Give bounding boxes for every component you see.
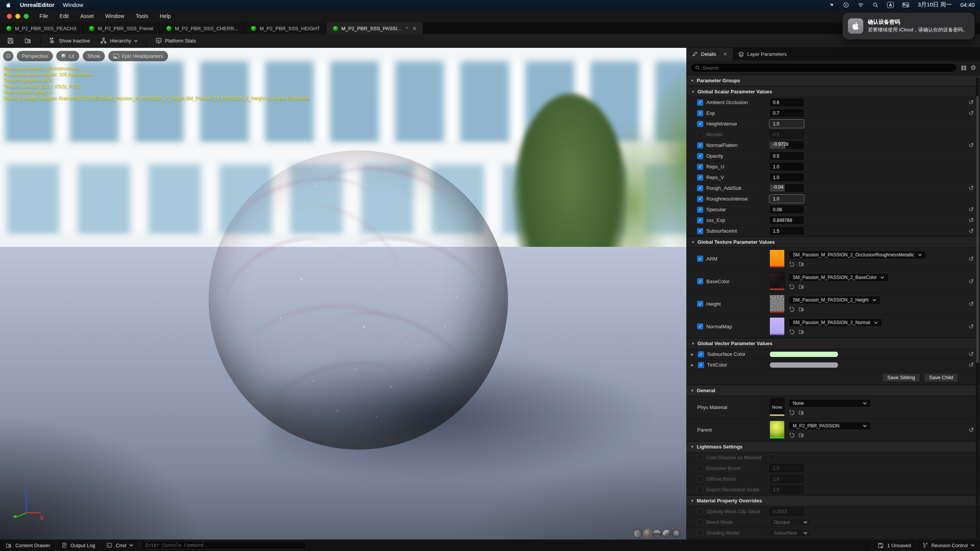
asset-tab[interactable]: M_P2_PBR_SSS_PASSI...*✕ bbox=[327, 23, 423, 34]
asset-dropdown[interactable]: M_P2_PBR_PASSION bbox=[789, 422, 871, 430]
browse-to-asset-icon[interactable] bbox=[798, 284, 805, 290]
parameter-checkbox[interactable]: ✓ bbox=[698, 351, 704, 357]
section-header[interactable]: ▼Global Scalar Parameter Values bbox=[687, 86, 980, 97]
parameter-checkbox[interactable]: ✓ bbox=[697, 228, 703, 234]
save-child-button[interactable]: Save Child bbox=[924, 373, 959, 382]
save-sibling-button[interactable]: Save Sibling bbox=[882, 373, 920, 382]
media-play-status-icon[interactable] bbox=[843, 2, 849, 8]
parameter-checkbox[interactable]: ✓ bbox=[697, 278, 703, 284]
value-input[interactable]: 0.08 bbox=[769, 205, 804, 214]
preview-scene-dropdown-button[interactable]: Epic Headquarters bbox=[108, 51, 168, 61]
preview-shape-cylinder-button[interactable] bbox=[634, 529, 642, 538]
preview-shape-sphere-button[interactable] bbox=[643, 529, 652, 538]
close-details-tab-icon[interactable]: ✕ bbox=[723, 51, 727, 57]
value-input[interactable]: -0.04 bbox=[769, 184, 804, 192]
parameter-checkbox[interactable]: ✓ bbox=[697, 185, 703, 191]
apple-menu-icon[interactable] bbox=[5, 2, 11, 8]
browse-to-asset-icon[interactable] bbox=[798, 306, 805, 312]
parameter-checkbox[interactable]: ✓ bbox=[697, 301, 703, 307]
browse-to-asset-icon[interactable] bbox=[798, 432, 805, 438]
value-input[interactable]: -0.9728 bbox=[769, 141, 804, 149]
section-header[interactable]: ▼Parameter Groups bbox=[687, 75, 980, 86]
browse-to-asset-icon[interactable] bbox=[798, 329, 805, 335]
parameter-checkbox[interactable]: ✓ bbox=[697, 121, 703, 127]
color-swatch[interactable] bbox=[769, 351, 838, 357]
viewport-options-menu-button[interactable] bbox=[3, 51, 13, 61]
section-header[interactable]: ▼Material Property Overrides bbox=[687, 495, 980, 506]
hierarchy-dropdown-button[interactable]: Hierarchy bbox=[97, 36, 141, 46]
parameter-checkbox[interactable]: ✓ bbox=[698, 362, 704, 368]
search-input[interactable]: Search bbox=[691, 63, 957, 72]
preview-shape-plane-button[interactable] bbox=[653, 529, 661, 538]
use-selected-asset-icon[interactable] bbox=[789, 409, 795, 416]
console-command-input[interactable]: Enter Console Command bbox=[141, 541, 307, 549]
parameter-checkbox[interactable]: ✓ bbox=[697, 153, 703, 159]
tab-details[interactable]: Details ✕ bbox=[687, 48, 733, 60]
parameter-checkbox[interactable]: ✓ bbox=[697, 174, 703, 181]
details-scrollbar[interactable] bbox=[976, 78, 979, 538]
active-app-name[interactable]: UnrealEditor bbox=[20, 2, 54, 8]
window-menu-asset[interactable]: Asset bbox=[80, 13, 94, 19]
value-input[interactable]: 1.0 bbox=[769, 120, 804, 128]
value-input[interactable]: 0.6 bbox=[769, 98, 804, 106]
texture-thumbnail[interactable] bbox=[769, 295, 785, 313]
texture-thumbnail[interactable] bbox=[769, 249, 785, 268]
parameter-checkbox[interactable]: ✓ bbox=[697, 217, 703, 223]
asset-thumbnail[interactable]: None bbox=[769, 398, 785, 416]
window-minimize-button[interactable] bbox=[15, 14, 20, 19]
value-dropdown[interactable]: Opaque bbox=[769, 518, 812, 527]
preview-sphere-material[interactable] bbox=[209, 150, 508, 450]
parameter-checkbox[interactable] bbox=[697, 132, 703, 138]
menubar-item-window[interactable]: Window bbox=[63, 2, 83, 8]
parameter-checkbox[interactable] bbox=[697, 476, 703, 482]
asset-tab[interactable]: M_P2_PBR_SSS_Frenel bbox=[83, 23, 160, 34]
input-source-icon[interactable]: A bbox=[887, 2, 894, 8]
section-header[interactable]: ▼Global Texture Parameter Values bbox=[687, 236, 980, 248]
window-menu-window[interactable]: Window bbox=[105, 13, 124, 19]
asset-thumbnail[interactable] bbox=[769, 421, 785, 439]
value-input[interactable]: 1.0 bbox=[769, 163, 804, 171]
window-menu-help[interactable]: Help bbox=[160, 13, 171, 19]
parameter-checkbox[interactable]: ✓ bbox=[697, 164, 703, 170]
use-selected-asset-icon[interactable] bbox=[789, 329, 795, 335]
output-log-button[interactable]: Output Log bbox=[56, 540, 101, 551]
use-selected-asset-icon[interactable] bbox=[789, 261, 795, 267]
icloud-password-notification[interactable]: 确认设备密码 若要继续使用 iCloud，请确认你的设备密码。 bbox=[843, 13, 975, 39]
parameter-checkbox[interactable]: ✓ bbox=[697, 99, 703, 106]
close-tab-icon[interactable]: ✕ bbox=[412, 26, 416, 31]
preview-shape-custom-mesh-button[interactable] bbox=[672, 529, 680, 538]
texture-asset-dropdown[interactable]: SM_Passion_M_PASSION_2_BaseColor bbox=[789, 273, 889, 282]
show-flags-dropdown-button[interactable]: Show bbox=[83, 51, 105, 61]
unsaved-assets-button[interactable]: 1 Unsaved bbox=[872, 540, 916, 551]
parameter-checkbox[interactable] bbox=[697, 509, 703, 515]
show-inactive-button[interactable]: Show Inactive bbox=[46, 36, 93, 46]
control-center-icon[interactable] bbox=[902, 2, 909, 8]
lit-mode-dropdown-button[interactable]: Lit bbox=[56, 51, 79, 61]
value-input[interactable]: 0.3333 bbox=[769, 507, 804, 515]
value-input[interactable]: 1.5 bbox=[769, 227, 804, 235]
browse-to-asset-icon[interactable] bbox=[798, 261, 805, 267]
color-swatch[interactable] bbox=[769, 362, 838, 368]
browse-to-asset-icon[interactable] bbox=[798, 409, 805, 416]
asset-tab[interactable]: M_P2_PBR_SSS_CHERR... bbox=[160, 23, 245, 34]
expand-triangle-icon[interactable]: ▶ bbox=[691, 363, 695, 367]
perspective-dropdown-button[interactable]: Perspective bbox=[17, 51, 53, 61]
parameter-checkbox[interactable]: ✓ bbox=[697, 196, 703, 202]
value-input[interactable]: 1.0 bbox=[769, 464, 804, 472]
save-button[interactable] bbox=[4, 36, 17, 46]
texture-thumbnail[interactable] bbox=[769, 317, 785, 336]
parameter-checkbox[interactable]: ✓ bbox=[697, 142, 703, 148]
value-input[interactable]: 1.0 bbox=[769, 486, 804, 494]
parameter-checkbox[interactable] bbox=[697, 465, 703, 471]
wifi-icon[interactable] bbox=[858, 2, 864, 8]
asset-tab[interactable]: M_P2_PBR_SSS_HEIGHT bbox=[245, 23, 327, 34]
window-menu-tools[interactable]: Tools bbox=[136, 13, 149, 19]
parameter-checkbox[interactable] bbox=[697, 487, 703, 493]
use-selected-asset-icon[interactable] bbox=[789, 432, 795, 438]
value-input[interactable]: 1.0 bbox=[769, 475, 804, 483]
value-input[interactable]: 1.0 bbox=[769, 195, 804, 203]
spotlight-search-icon[interactable] bbox=[872, 2, 879, 8]
asset-tab[interactable]: M_P2_PBR_SSS_PEACH3 bbox=[0, 23, 83, 34]
menubar-date[interactable]: 3月10日 周一 bbox=[918, 1, 952, 8]
value-checkbox[interactable] bbox=[769, 455, 775, 460]
